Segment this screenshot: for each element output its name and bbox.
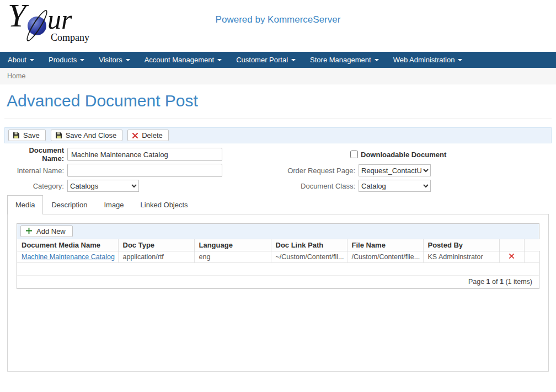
tab-linked-objects[interactable]: Linked Objects [132,195,196,214]
category-select[interactable]: Catalogs [67,180,139,192]
internal-name-input[interactable] [67,164,222,177]
caret-down-icon [375,59,379,61]
tab-media[interactable]: Media [7,195,43,214]
grid-toolbar: Add New [17,224,539,239]
add-new-button-label: Add New [36,227,66,235]
caret-down-icon [30,59,34,61]
downloadable-checkbox[interactable] [350,151,358,158]
nav-item-account-management[interactable]: Account Management [137,52,229,68]
col-posted-by[interactable]: Posted By [423,239,499,251]
table-header-row: Document Media Name Doc Type Language Do… [17,239,540,251]
main-nav: About Products Visitors Account Manageme… [0,52,556,68]
breadcrumb: Home [0,68,556,84]
col-delete [499,239,524,251]
cell-extra [524,251,540,263]
tab-strip: Media Description Image Linked Objects [7,195,549,214]
nav-item-label: Web Administration [393,56,455,64]
cell-doc-link-path: ~/Custom/Content/fil... [271,251,347,263]
nav-item-store-management[interactable]: Store Management [303,52,386,68]
col-document-media-name[interactable]: Document Media Name [17,239,118,251]
nav-item-about[interactable]: About [1,52,41,68]
delete-button[interactable]: Delete [127,130,169,141]
document-class-label: Document Class: [276,182,359,190]
nav-item-customer-portal[interactable]: Customer Portal [229,52,303,68]
add-new-button[interactable]: Add New [20,225,73,237]
caret-down-icon [217,59,222,61]
nav-item-label: Store Management [310,56,371,64]
nav-item-label: Visitors [99,56,122,64]
downloadable-label: Downloadable Document [361,151,446,159]
row-delete-x-icon[interactable] [509,253,515,261]
pager-page-label: Page [468,278,484,286]
tab-image[interactable]: Image [95,195,132,214]
floppy-disk-icon [55,132,62,139]
nav-item-web-administration[interactable]: Web Administration [386,52,470,68]
pager-current-page: 1 [487,278,490,286]
delete-button-label: Delete [142,131,163,139]
order-request-page-select[interactable]: Request_ContactUs [359,164,431,176]
col-file-name[interactable]: File Name [347,239,423,251]
pager-total-pages: 1 [500,278,504,286]
col-extra [524,239,540,251]
orbit-icon [24,8,50,44]
plus-icon [25,227,33,236]
document-form: Document Name: Internal Name: Category: … [0,148,556,192]
table-row: Machine Maintenance Catalog application/… [17,251,540,263]
order-request-page-label: Order Request Page: [276,167,359,175]
col-doc-type[interactable]: Doc Type [118,239,194,251]
caret-down-icon [126,59,130,61]
media-table: Document Media Name Doc Type Language Do… [17,239,540,263]
grid-empty-area [17,263,539,275]
floppy-disk-icon [13,132,20,139]
cell-file-name: /Custom/Content/file... [347,251,423,263]
header: Y ur Company Powered by KommerceServer [0,0,556,52]
breadcrumb-home[interactable]: Home [7,72,25,80]
media-name-link[interactable]: Machine Maintenance Catalog [22,253,115,261]
logo-company-text: Company [51,32,89,44]
tab-description[interactable]: Description [43,195,95,214]
internal-name-label: Internal Name: [7,167,67,175]
caret-down-icon [291,59,296,61]
document-name-label: Document Name: [7,146,67,163]
media-grid: Add New Document Media Name Doc Type Lan… [17,223,539,289]
cell-doc-type: application/rtf [118,251,194,263]
save-button[interactable]: Save [8,130,46,141]
nav-item-products[interactable]: Products [41,52,92,68]
grid-pager: Page 1 of 1 (1 items) [17,275,539,288]
media-tab-panel: Add New Document Media Name Doc Type Lan… [7,214,549,372]
action-toolbar: Save Save And Close Delete [4,127,552,143]
cell-posted-by: KS Admininstrator [423,251,499,263]
nav-item-label: Products [49,56,77,64]
powered-by-text: Powered by KommerceServer [0,14,556,25]
save-and-close-button-label: Save And Close [66,131,117,139]
page-title: Advanced Document Post [7,92,549,110]
save-and-close-button[interactable]: Save And Close [51,130,123,141]
category-label: Category: [7,182,67,190]
cell-language: eng [194,251,271,263]
document-name-input[interactable] [67,148,222,161]
pager-of-label: of [492,278,498,286]
company-logo[interactable]: Y ur Company [4,2,115,49]
col-language[interactable]: Language [194,239,271,251]
title-divider [4,119,552,119]
document-class-select[interactable]: Catalog [359,180,431,192]
col-doc-link-path[interactable]: Doc Link Path [271,239,347,251]
nav-item-label: Customer Portal [236,56,288,64]
red-x-icon [132,132,138,139]
save-button-label: Save [23,131,40,139]
caret-down-icon [80,59,84,61]
nav-item-label: Account Management [145,56,214,64]
nav-item-visitors[interactable]: Visitors [92,52,137,68]
pager-items-count: (1 items) [505,278,532,286]
caret-down-icon [458,59,462,61]
nav-item-label: About [8,56,26,64]
